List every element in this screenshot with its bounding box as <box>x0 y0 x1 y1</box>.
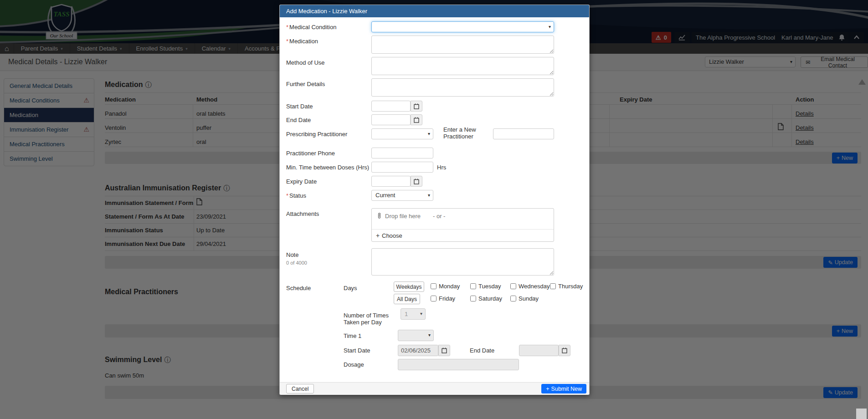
required-asterisk: * <box>286 24 288 31</box>
further-details-textarea[interactable] <box>371 78 554 97</box>
checkbox[interactable] <box>510 296 516 301</box>
drop-file-text: Drop file here <box>385 213 421 220</box>
modal-title: Add Medication - Lizzie Walker <box>280 5 589 17</box>
day-checkbox-friday[interactable]: Friday <box>431 295 455 302</box>
medication-label: *Medication <box>286 38 370 45</box>
calendar-icon <box>414 179 419 184</box>
day-checkbox-monday[interactable]: Monday <box>431 283 460 290</box>
calendar-icon <box>562 347 567 353</box>
end-date-calendar-button[interactable] <box>411 114 422 125</box>
note-label: Note <box>286 251 370 258</box>
further-details-label: Further Details <box>286 81 370 87</box>
checkbox[interactable] <box>550 283 556 289</box>
schedule-end-date-input[interactable] <box>519 345 559 356</box>
required-asterisk: * <box>286 192 288 199</box>
submit-new-button[interactable]: + Submit New <box>541 384 586 393</box>
start-date-calendar-button[interactable] <box>411 101 422 112</box>
note-char-counter: 0 of 4000 <box>286 260 370 266</box>
min-time-label: Min. Time between Doses (Hrs) <box>286 164 377 171</box>
schedule-start-date-calendar-button[interactable] <box>438 345 450 356</box>
expiry-date-calendar-button[interactable] <box>411 176 422 187</box>
status-select[interactable]: Current ▾ <box>371 190 433 201</box>
method-of-use-textarea[interactable] <box>371 57 554 75</box>
chevron-down-icon: ▾ <box>428 129 430 139</box>
day-checkbox-sunday[interactable]: Sunday <box>510 295 539 302</box>
calendar-icon <box>414 117 419 123</box>
all-days-button[interactable]: All Days <box>394 294 420 304</box>
medication-textarea[interactable] <box>371 36 554 54</box>
weekdays-button[interactable]: Weekdays <box>394 281 424 292</box>
day-label: Wednesday <box>519 283 550 290</box>
chevron-down-icon: ▾ <box>420 309 422 319</box>
start-date-input[interactable] <box>371 101 411 112</box>
cancel-button[interactable]: Cancel <box>286 384 314 393</box>
expiry-date-label: Expiry Date <box>286 178 370 185</box>
times-per-day-label: Number of Times Taken per Day <box>344 312 395 326</box>
checkbox[interactable] <box>431 283 437 289</box>
hrs-suffix: Hrs <box>437 164 446 171</box>
calendar-icon <box>442 347 447 353</box>
method-of-use-label: Method of Use <box>286 59 370 66</box>
choose-file-button[interactable]: + Choose <box>372 229 554 242</box>
schedule-start-date-label: Start Date <box>344 347 395 354</box>
day-checkbox-thursday[interactable]: Thursday <box>550 283 583 290</box>
time1-label: Time 1 <box>344 332 395 339</box>
min-time-input[interactable] <box>371 162 433 173</box>
checkbox[interactable] <box>510 283 516 289</box>
day-checkbox-wednesday[interactable]: Wednesday <box>510 283 550 290</box>
chevron-down-icon: ▾ <box>549 22 551 32</box>
day-label: Tuesday <box>478 283 501 290</box>
or-text: - or - <box>433 213 445 220</box>
day-label: Friday <box>439 295 455 302</box>
note-textarea[interactable] <box>371 248 554 276</box>
status-label: *Status <box>286 192 370 199</box>
time1-select[interactable]: ▾ <box>398 330 434 341</box>
start-date-label: Start Date <box>286 103 370 110</box>
required-asterisk: * <box>286 38 288 45</box>
dosage-input[interactable] <box>398 359 519 370</box>
checkbox[interactable] <box>470 283 476 289</box>
day-label: Monday <box>439 283 460 290</box>
schedule-start-date-input[interactable] <box>398 345 438 356</box>
paperclip-icon <box>376 213 382 220</box>
practitioner-phone-input[interactable] <box>371 148 433 158</box>
attachments-label: Attachments <box>286 210 370 217</box>
status-select-value: Current <box>375 192 395 199</box>
expiry-date-input[interactable] <box>371 176 411 187</box>
medical-condition-label: *Medical Condition <box>286 24 370 31</box>
day-label: Thursday <box>558 283 583 290</box>
plus-icon: + <box>546 386 549 392</box>
prescribing-practitioner-label: Prescribing Practitioner <box>286 131 370 138</box>
day-label: Saturday <box>478 295 502 302</box>
dosage-label: Dosage <box>344 361 395 368</box>
submit-button-label: Submit New <box>551 386 582 392</box>
modal-footer: Cancel + Submit New <box>280 382 589 395</box>
plus-icon: + <box>376 232 380 239</box>
day-label: Sunday <box>519 295 539 302</box>
times-per-day-value: 1 <box>405 311 408 317</box>
end-date-input[interactable] <box>371 114 411 125</box>
enter-new-practitioner-label: Enter a New Practitioner <box>443 126 492 140</box>
day-checkbox-saturday[interactable]: Saturday <box>470 295 502 302</box>
days-label: Days <box>344 285 395 291</box>
chevron-down-icon: ▾ <box>428 330 431 340</box>
choose-button-label: Choose <box>382 232 402 239</box>
day-checkbox-tuesday[interactable]: Tuesday <box>470 283 501 290</box>
chevron-down-icon: ▾ <box>428 190 430 200</box>
prescribing-practitioner-select[interactable]: ▾ <box>371 128 433 139</box>
attachments-dropzone[interactable]: Drop file here - or - + Choose <box>371 208 554 242</box>
medical-condition-select[interactable]: ▾ <box>371 21 554 32</box>
schedule-end-date-calendar-button[interactable] <box>559 345 570 356</box>
times-per-day-select: 1 ▾ <box>401 308 426 320</box>
checkbox[interactable] <box>431 296 437 301</box>
add-medication-modal: Add Medication - Lizzie Walker *Medical … <box>279 5 590 395</box>
calendar-icon <box>414 103 419 109</box>
practitioner-phone-label: Practitioner Phone <box>286 150 370 157</box>
schedule-end-date-label: End Date <box>470 347 494 354</box>
new-practitioner-input[interactable] <box>493 128 554 139</box>
end-date-label: End Date <box>286 117 370 123</box>
scrollbar-corner <box>856 409 867 419</box>
checkbox[interactable] <box>470 296 476 301</box>
